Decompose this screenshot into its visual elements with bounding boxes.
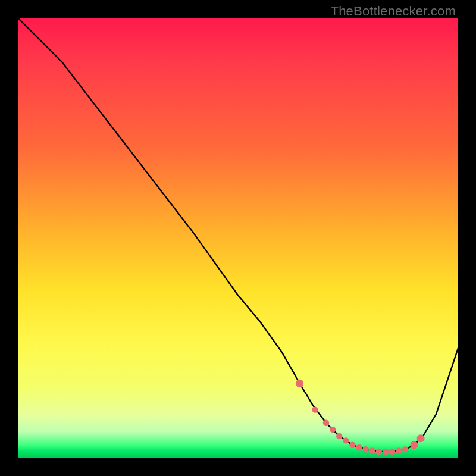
valley-marker: [343, 437, 349, 443]
valley-marker: [389, 449, 395, 455]
bottleneck-curve: [18, 18, 458, 452]
valley-marker: [336, 433, 342, 439]
valley-marker: [369, 447, 375, 453]
watermark-text: TheBottlenecker.com: [331, 4, 456, 19]
curve-svg: [18, 18, 458, 458]
valley-marker: [396, 447, 402, 453]
valley-markers: [296, 380, 424, 455]
valley-marker: [402, 446, 408, 452]
valley-marker: [349, 442, 355, 448]
valley-marker: [312, 406, 318, 412]
valley-marker: [296, 380, 303, 387]
valley-marker: [323, 420, 329, 426]
plot-area: [18, 18, 458, 458]
valley-marker: [376, 449, 382, 455]
valley-marker: [362, 446, 368, 452]
valley-marker: [411, 441, 418, 449]
valley-marker: [417, 434, 425, 442]
chart-frame: TheBottlenecker.com: [0, 0, 476, 476]
valley-marker: [383, 449, 389, 455]
valley-marker: [356, 444, 362, 450]
valley-marker: [330, 427, 336, 433]
